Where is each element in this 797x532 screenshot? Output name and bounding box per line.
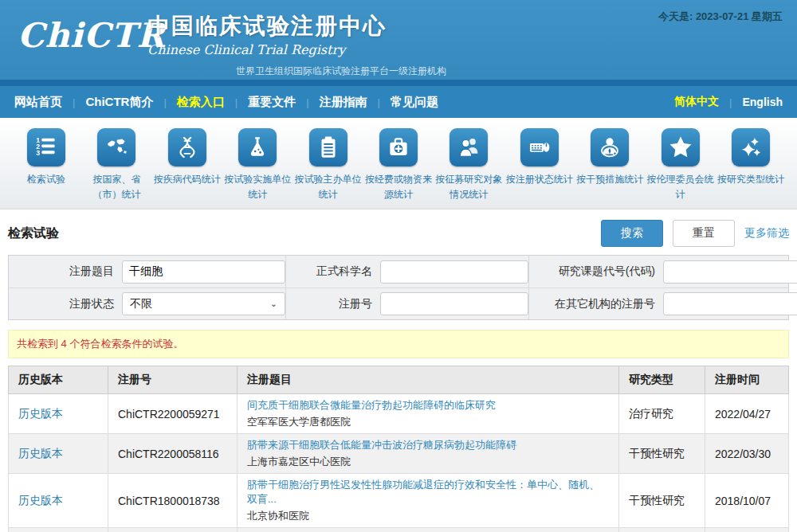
nav-item-search-entry[interactable]: 检索入口 (177, 95, 225, 110)
registration-title-label: 注册题目 (9, 264, 122, 279)
chevron-down-icon: ⌄ (270, 299, 277, 309)
shortcut-label: 按试验主办单位统计 (293, 172, 363, 201)
shortcut-label: 按研究类型统计 (717, 172, 784, 187)
study-code-input[interactable] (663, 260, 797, 284)
registration-status-label: 注册状态 (9, 297, 122, 311)
svg-text:3: 3 (36, 149, 40, 157)
registration-number: ChiCTR2200059271 (108, 394, 238, 434)
medkit-icon (379, 128, 418, 166)
nav-separator: | (163, 96, 166, 108)
page-title: 检索试验 (8, 225, 59, 242)
shortcut-stats-by-ethics-committee[interactable]: 按伦理委员会统计 (646, 128, 716, 209)
study-code-label: 研究课题代号(代码) (529, 264, 663, 279)
more-filters-link[interactable]: 更多筛选 (744, 226, 789, 241)
lang-english[interactable]: English (742, 96, 783, 108)
shortcut-stats-by-recruitment-status[interactable]: 按征募研究对象情况统计 (434, 128, 504, 209)
search-button[interactable]: 搜索 (601, 220, 663, 247)
site-title-cn: 中国临床试验注册中心 (147, 11, 387, 41)
shortcut-label: 按征募研究对象情况统计 (434, 172, 504, 201)
chictr-logo[interactable]: ChiCTR (18, 16, 166, 55)
registration-date: 2015/09/05 (705, 528, 789, 532)
statistics-shortcut-row: 1 2 3 检索试验 按国家、省（市）统计 (0, 118, 797, 209)
registration-status-select[interactable]: 不限 ⌄ (122, 292, 285, 315)
registration-date: 2022/04/27 (705, 394, 789, 434)
nav-separator: | (235, 96, 238, 108)
lang-simplified-chinese[interactable]: 简体中文 (674, 95, 719, 109)
current-date: 今天是: 2023-07-21 星期五 (658, 10, 783, 24)
search-form: 注册题目 正式科学名 研究课题代号(代码) 注册状态 不限 ⌄ 注册号 (8, 255, 789, 320)
scientific-name-input[interactable] (380, 260, 528, 284)
people-icon (450, 128, 488, 166)
shortcut-stats-by-funding-source[interactable]: 按经费或物资来源统计 (363, 128, 434, 209)
shortcut-label: 按干预措施统计 (576, 172, 643, 187)
trial-title-link[interactable]: 脐带来源干细胞联合低能量冲击波治疗糖尿病勃起功能障碍 (247, 438, 609, 452)
main-content: 检索试验 搜索 重置 更多筛选 注册题目 正式科学名 研究课题代号(代码) 注册… (0, 220, 797, 532)
nav-separator: | (378, 96, 380, 108)
nav-item-documents[interactable]: 重要文件 (248, 95, 296, 110)
keyboard-mouse-icon (520, 128, 559, 166)
table-row: 历史版本 ChiCTR2200058116 脐带来源干细胞联合低能量冲击波治疗糖… (9, 434, 789, 474)
site-title-en: Chinese Clinical Trial Registry (147, 42, 387, 57)
registration-status-value: 不限 (130, 297, 152, 311)
clipboard-icon (309, 128, 347, 166)
site-header: ChiCTR 中国临床试验注册中心 Chinese Clinical Trial… (0, 0, 797, 80)
col-header-history: 历史版本 (9, 366, 108, 394)
dna-icon (168, 128, 206, 166)
sparkles-icon (732, 128, 770, 166)
shortcut-label: 按国家、省（市）统计 (81, 172, 151, 201)
registration-number: ChiCTR1800018738 (108, 474, 238, 528)
numbered-list-icon: 1 2 3 (27, 128, 65, 166)
search-result-message: 共检索到 4 个符合检索条件的试验。 (8, 330, 789, 358)
other-registry-number-label: 在其它机构的注册号 (529, 297, 663, 311)
shortcut-stats-by-sponsor-unit[interactable]: 按试验主办单位统计 (293, 128, 363, 209)
registration-title-input[interactable] (122, 260, 285, 284)
header-divider-strip (0, 80, 797, 86)
nav-separator: | (73, 96, 75, 108)
col-header-date: 注册时间 (705, 366, 789, 394)
registration-number: ChiCTR2200058116 (108, 434, 238, 474)
trial-organization: 上海市嘉定区中心医院 (247, 455, 609, 469)
shortcut-label: 按伦理委员会统计 (646, 172, 716, 201)
registration-date: 2018/10/07 (705, 474, 789, 528)
shortcut-label: 按疾病代码统计 (154, 172, 221, 187)
flask-icon (238, 128, 277, 166)
nav-separator: | (306, 96, 308, 108)
shortcut-stats-by-implementing-unit[interactable]: 按试验实施单位统计 (222, 128, 292, 209)
nav-item-guide[interactable]: 注册指南 (320, 95, 367, 110)
study-type: 干预性研究 (619, 434, 705, 474)
shortcut-label: 按经费或物资来源统计 (363, 172, 434, 201)
trial-organization: 北京协和医院 (247, 509, 609, 523)
reset-button[interactable]: 重置 (673, 220, 735, 247)
shortcut-stats-by-intervention[interactable]: 按干预措施统计 (575, 128, 645, 209)
nav-item-faq[interactable]: 常见问题 (391, 95, 438, 110)
trial-title-link[interactable]: 间充质干细胞联合微能量治疗勃起功能障碍的临床研究 (247, 398, 609, 413)
other-registry-number-input[interactable] (663, 292, 797, 315)
history-version-link[interactable]: 历史版本 (18, 494, 63, 507)
col-header-title: 注册题目 (238, 366, 619, 394)
shortcut-stats-by-study-type[interactable]: 按研究类型统计 (716, 128, 786, 209)
study-type: 治疗研究 (619, 394, 705, 434)
col-header-regno: 注册号 (108, 366, 238, 394)
registration-number-label: 注册号 (286, 297, 380, 311)
trial-title-link[interactable]: 脐带干细胞治疗男性迟发性性腺功能减退症的疗效和安全性：单中心、随机、双盲... (247, 478, 609, 507)
history-version-link[interactable]: 历史版本 (18, 447, 63, 460)
shortcut-search-trials[interactable]: 1 2 3 检索试验 (11, 128, 81, 209)
registration-number-input[interactable] (380, 292, 528, 315)
shortcut-label: 检索试验 (27, 172, 65, 187)
history-version-link[interactable]: 历史版本 (18, 407, 63, 420)
shortcut-stats-by-registration-status[interactable]: 按注册状态统计 (505, 128, 575, 209)
shortcut-stats-by-region[interactable]: 按国家、省（市）统计 (81, 128, 151, 209)
nav-separator: | (729, 96, 732, 108)
nav-item-about[interactable]: ChiCTR简介 (85, 95, 153, 110)
registration-date: 2022/03/30 (705, 434, 789, 474)
main-nav: 网站首页 | ChiCTR简介 | 检索入口 | 重要文件 | 注册指南 | 常… (0, 86, 797, 118)
study-type: 干预性研究 (619, 474, 705, 528)
shortcut-stats-by-disease-code[interactable]: 按疾病代码统计 (152, 128, 222, 209)
table-row: 历史版本 ChiCTR1800018738 脐带干细胞治疗男性迟发性性腺功能减退… (9, 474, 789, 528)
nav-item-home[interactable]: 网站首页 (14, 95, 62, 110)
trial-organization: 空军军医大学唐都医院 (247, 415, 609, 429)
col-header-type: 研究类型 (619, 366, 705, 394)
registration-number: ChiCTR-OCN-15007041 (108, 528, 238, 532)
table-row: 历史版本 ChiCTR2200059271 间充质干细胞联合微能量治疗勃起功能障… (9, 394, 789, 434)
site-subtitle: 世界卫生组织国际临床试验注册平台一级注册机构 (236, 65, 446, 78)
